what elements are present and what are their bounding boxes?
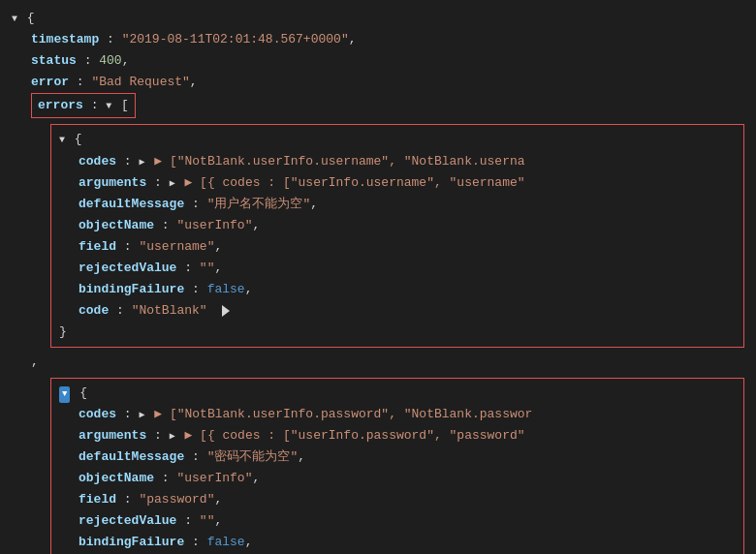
cursor-arrow: [222, 305, 230, 317]
errors-label-line: errors : [: [12, 93, 744, 120]
entry1-arguments-key: arguments: [79, 175, 146, 190]
entry1-arguments-val: ▶ [{ codes : ["userInfo.username", "user…: [184, 175, 524, 190]
error-line: error : "Bad Request",: [12, 72, 744, 93]
entry2-codes-val: ▶ ["NotBlank.userInfo.password", "NotBla…: [154, 407, 532, 421]
entry1-code-val: "NotBlank": [132, 303, 207, 318]
entry2-bindingFailure-line: bindingFailure : false,: [59, 532, 736, 553]
error-val: "Bad Request": [91, 75, 189, 89]
entry2-rejectedValue-key: rejectedValue: [79, 513, 176, 528]
timestamp-val: "2019-08-11T02:01:48.567+0000": [122, 32, 349, 46]
entry1-objectName-val: "userInfo": [176, 218, 252, 232]
entry2-defaultMessage-key: defaultMessage: [79, 449, 184, 464]
entry1-bindingFailure-line: bindingFailure : false,: [59, 279, 736, 300]
entry1-codes-line: codes : ▶ ["NotBlank.userInfo.username",…: [59, 151, 736, 172]
entry2-box: { codes : ▶ ["NotBlank.userInfo.password…: [50, 378, 744, 555]
entry1-field-val: "username": [139, 239, 214, 254]
entry1-bindingFailure-val: false: [207, 282, 245, 296]
entry2-bindingFailure-key: bindingFailure: [79, 535, 184, 549]
error-key: error: [31, 75, 69, 89]
entry2-arguments-toggle[interactable]: [170, 428, 175, 445]
entry2-rejectedValue-val: "": [200, 513, 215, 528]
entry1-arguments-line: arguments : ▶ [{ codes : ["userInfo.user…: [59, 172, 736, 194]
entry2-objectName-key: objectName: [79, 471, 154, 485]
root-toggle[interactable]: [12, 11, 17, 27]
errors-toggle[interactable]: [106, 98, 111, 114]
status-key: status: [31, 53, 77, 68]
entry2-objectName-line: objectName : "userInfo",: [59, 468, 736, 489]
entry2-defaultMessage-line: defaultMessage : "密码不能为空",: [59, 446, 736, 468]
entry1-code-line: code : "NotBlank": [59, 300, 736, 322]
entry1-objectName-key: objectName: [79, 218, 154, 232]
entry1-codes-key: codes: [79, 154, 116, 169]
entry2-arguments-val: ▶ [{ codes : ["userInfo.password", "pass…: [184, 428, 524, 443]
timestamp-line: timestamp : "2019-08-11T02:01:48.567+000…: [12, 29, 744, 50]
entry1-open: {: [59, 129, 736, 150]
entry1-code-key: code: [79, 303, 109, 318]
entry1-defaultMessage-key: defaultMessage: [79, 197, 184, 211]
root-open: {: [12, 8, 744, 29]
entry1-toggle[interactable]: [59, 132, 65, 148]
entry2-codes-line: codes : ▶ ["NotBlank.userInfo.password",…: [59, 404, 736, 425]
entry2-field-key: field: [79, 492, 116, 507]
entry2-codes-key: codes: [79, 407, 116, 421]
entry1-comma: ,: [12, 352, 744, 373]
entry2-toggle[interactable]: [59, 386, 70, 403]
entry1-objectName-line: objectName : "userInfo",: [59, 215, 736, 236]
entry1-arguments-toggle[interactable]: [170, 175, 175, 192]
entry1-close: }: [59, 322, 736, 343]
entry2-arguments-line: arguments : ▶ [{ codes : ["userInfo.pass…: [59, 425, 736, 446]
entry1-rejectedValue-val: "": [200, 261, 215, 275]
status-line: status : 400,: [12, 50, 744, 72]
entry2-bindingFailure-val: false: [207, 535, 245, 549]
errors-key: errors: [38, 98, 83, 112]
entry1-field-line: field : "username",: [59, 236, 736, 258]
entry2-field-val: "password": [139, 492, 214, 507]
entry2-objectName-val: "userInfo": [176, 471, 252, 485]
json-viewer: { timestamp : "2019-08-11T02:01:48.567+0…: [0, 0, 756, 554]
status-val: 400: [99, 53, 121, 68]
timestamp-key: timestamp: [31, 32, 99, 46]
entry2-open: {: [59, 383, 736, 404]
entry1-bindingFailure-key: bindingFailure: [79, 282, 184, 296]
entry2-field-line: field : "password",: [59, 489, 736, 510]
entry1-codes-toggle[interactable]: [139, 154, 144, 170]
entry1-field-key: field: [79, 239, 116, 254]
entry2-codes-toggle[interactable]: [139, 407, 144, 423]
entry1-codes-val: ▶ ["NotBlank.userInfo.username", "NotBla…: [154, 154, 524, 169]
entry1-rejectedValue-key: rejectedValue: [79, 261, 176, 275]
entry2-arguments-key: arguments: [79, 428, 146, 443]
entry2-defaultMessage-val: "密码不能为空": [207, 449, 299, 464]
entry1-box: { codes : ▶ ["NotBlank.userInfo.username…: [50, 124, 744, 348]
entry1-defaultMessage-val: "用户名不能为空": [207, 197, 311, 211]
errors-box: errors : [: [31, 93, 136, 118]
entry1-defaultMessage-line: defaultMessage : "用户名不能为空",: [59, 194, 736, 215]
entry1-rejectedValue-line: rejectedValue : "",: [59, 258, 736, 279]
entry2-rejectedValue-line: rejectedValue : "",: [59, 510, 736, 532]
